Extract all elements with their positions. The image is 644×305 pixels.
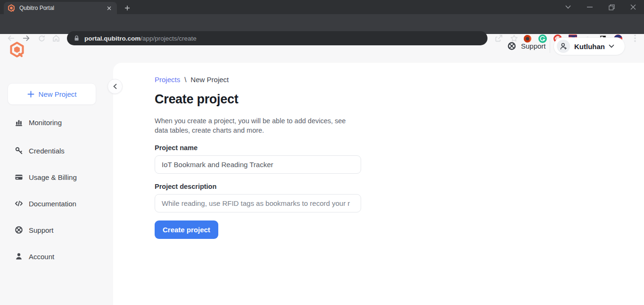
breadcrumb: Projects \ New Project (155, 76, 229, 84)
sidebar-item-support[interactable]: Support (0, 224, 113, 236)
share-icon[interactable] (492, 31, 506, 45)
browser-tab-strip: Qubitro Portal (0, 0, 644, 14)
sidebar-item-label: Documentation (29, 200, 76, 208)
tab-search-icon[interactable] (558, 0, 578, 14)
breadcrumb-projects-link[interactable]: Projects (155, 76, 180, 84)
sidebar-item-label: Monitoring (29, 119, 62, 127)
chevron-down-icon (609, 44, 614, 48)
plus-icon (27, 91, 34, 98)
header-divider (550, 40, 550, 53)
create-project-button[interactable]: Create project (155, 220, 218, 239)
minimize-icon[interactable] (579, 0, 600, 14)
restore-icon[interactable] (601, 0, 622, 14)
sidebar-collapse-button[interactable] (107, 79, 123, 94)
tab-close-icon[interactable] (105, 4, 113, 12)
sidebar-item-label: Account (29, 253, 54, 261)
breadcrumb-current: New Project (190, 76, 229, 84)
browser-tab[interactable]: Qubitro Portal (4, 2, 117, 14)
sidebar: New Project Monitoring Credentials (0, 63, 113, 305)
qubitro-favicon-icon (8, 4, 15, 12)
user-name: Kutluhan (574, 42, 605, 51)
reload-icon[interactable] (34, 31, 49, 45)
sidebar-item-label: Credentials (29, 147, 65, 155)
url-host: portal.qubitro.com (84, 35, 140, 42)
bar-chart-icon (15, 118, 23, 127)
home-icon[interactable] (49, 31, 63, 45)
qubitro-logo[interactable] (9, 42, 25, 58)
sidebar-item-monitoring[interactable]: Monitoring (0, 116, 113, 128)
sidebar-item-credentials[interactable]: Credentials (0, 144, 113, 157)
new-tab-button[interactable] (122, 2, 133, 14)
browser-menu-icon[interactable] (628, 31, 642, 45)
header-support-label: Support (521, 42, 546, 50)
sidebar-item-usage-billing[interactable]: Usage & Billing (0, 171, 113, 183)
project-name-label: Project name (155, 144, 198, 152)
project-description-input[interactable] (155, 194, 361, 212)
credit-card-icon (15, 173, 23, 181)
breadcrumb-separator: \ (184, 76, 186, 84)
new-project-label: New Project (39, 90, 77, 98)
sidebar-item-label: Usage & Billing (29, 173, 77, 181)
sidebar-item-documentation[interactable]: Documentation (0, 197, 113, 210)
project-name-input[interactable] (155, 155, 361, 174)
page-title: Create project (155, 92, 238, 107)
browser-toolbar: portal.qubitro.com/app/projects/create (0, 14, 644, 34)
life-ring-icon (15, 226, 23, 234)
url-path: /app/projects/create (140, 35, 197, 42)
sidebar-item-account[interactable]: Account (0, 250, 113, 263)
intro-text: When you create a project, you will be a… (155, 116, 356, 135)
chevron-left-icon (113, 84, 117, 89)
lock-icon (74, 35, 80, 42)
person-icon (15, 252, 23, 261)
user-menu[interactable]: Kutluhan (553, 37, 625, 55)
key-icon (15, 146, 23, 155)
new-project-button[interactable]: New Project (8, 83, 96, 105)
address-bar[interactable]: portal.qubitro.com/app/projects/create (67, 31, 487, 45)
avatar (557, 40, 570, 53)
tab-title: Qubitro Portal (19, 5, 105, 11)
main-content-card: Projects \ New Project Create project Wh… (113, 63, 644, 305)
header-support-button[interactable]: Support (507, 42, 546, 51)
close-icon[interactable] (623, 0, 644, 14)
project-description-label: Project description (155, 183, 216, 190)
life-ring-icon (507, 42, 516, 51)
code-icon (15, 199, 23, 208)
sidebar-item-label: Support (29, 226, 54, 234)
